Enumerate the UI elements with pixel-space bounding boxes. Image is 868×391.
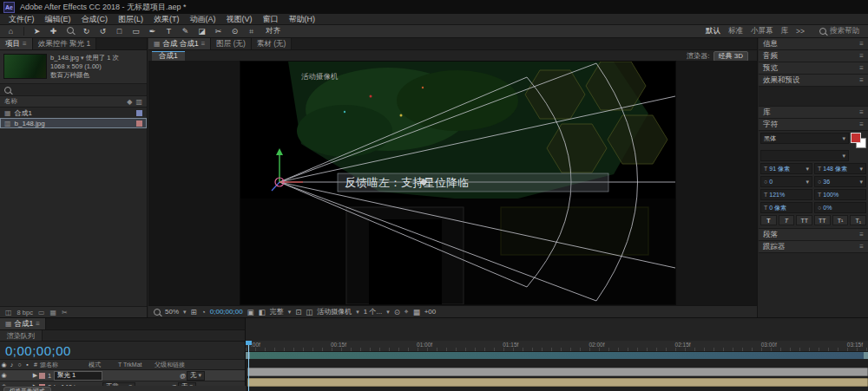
snap-toggle[interactable]: 对齐 (266, 26, 280, 36)
zoom-level[interactable]: 50% (165, 308, 179, 316)
selection-tool-icon[interactable]: ➤ (31, 27, 43, 36)
menu-file[interactable]: 文件(F) (3, 14, 40, 25)
menu-composition[interactable]: 合成(C) (76, 14, 114, 25)
clone-stamp-tool-icon[interactable]: ◪ (196, 27, 207, 36)
chevron-down-icon[interactable]: ▾ (183, 309, 187, 316)
menu-animation[interactable]: 动画(A) (185, 14, 221, 25)
faux-bold-button[interactable]: T (760, 215, 777, 225)
panel-paragraph[interactable]: 段落≡ (759, 229, 868, 241)
hand-tool-icon[interactable]: ✚ (48, 27, 59, 36)
workspace-standard[interactable]: 标准 (728, 26, 743, 36)
panel-libraries[interactable]: 库≡ (759, 107, 868, 119)
label-chip[interactable] (136, 110, 142, 116)
solo-column-icon[interactable]: ○ (16, 362, 23, 368)
tab-composition[interactable]: ▦ 合成 合成1 ≡ (148, 38, 211, 49)
exposure-value[interactable]: +00 (424, 308, 437, 316)
twirl-icon[interactable]: ▶ (31, 372, 39, 379)
type-tool-icon[interactable]: T (163, 27, 174, 36)
layer-row-1[interactable]: ◉ ▶ 1 聚光 1 @ 无 ▾ (0, 370, 245, 381)
comp-subtab[interactable]: 合成1 (152, 51, 185, 62)
subscript-button[interactable]: T₁ (850, 215, 866, 225)
toggle-switches-modes-button[interactable]: 切换开关/模式 (3, 387, 51, 391)
tracking-field[interactable]: ○ 36 ▾ (814, 176, 866, 187)
layer-duration-bar-2[interactable] (247, 378, 868, 387)
resolution-select[interactable]: 完整 (270, 307, 284, 316)
shape-tool-icon[interactable]: ▭ (130, 27, 141, 36)
workspace-overflow[interactable]: >> (796, 27, 805, 36)
leading-field[interactable]: T 148 像素 ▾ (814, 163, 866, 174)
project-search[interactable] (0, 84, 147, 96)
eye-icon[interactable]: ◉ (0, 372, 8, 379)
rotation-tool-icon[interactable]: ↺ (97, 27, 108, 36)
panel-menu-icon[interactable]: ≡ (859, 121, 864, 128)
menu-layer[interactable]: 图层(L) (113, 14, 148, 25)
workspace-default[interactable]: 默认 (706, 26, 720, 36)
panel-menu-icon[interactable]: ≡ (859, 231, 864, 238)
current-timecode[interactable]: 0;00;00;00 (0, 342, 245, 359)
snapshot-icon[interactable]: ▣ (247, 308, 254, 316)
pan-behind-tool-icon[interactable]: □ (114, 27, 125, 36)
timeline-button-icon[interactable]: ▦ (413, 308, 420, 316)
delete-icon[interactable]: ✂ (62, 309, 68, 316)
layer-name-field[interactable]: 聚光 1 (54, 371, 102, 381)
layer-duration-bar-1[interactable] (247, 368, 868, 376)
composition-canvas[interactable]: 反馈喵左：支持星位降临 活动摄像机 (240, 62, 675, 304)
tsume-field[interactable]: ○ 0% (814, 202, 866, 213)
fast-previews-icon[interactable]: ⌖ (404, 307, 409, 316)
fill-color-swatch[interactable] (851, 133, 861, 143)
panel-tracker[interactable]: 跟踪器≡ (759, 241, 868, 253)
mode-column[interactable]: 模式 (89, 361, 118, 369)
tab-footage-viewer[interactable]: 素材 (无) (252, 38, 293, 49)
roto-brush-tool-icon[interactable]: ⊙ (229, 27, 240, 36)
menu-help[interactable]: 帮助(H) (284, 14, 321, 25)
time-ruler[interactable]: :00f 00:15f 01:00f 01:15f 02:00f 02:15f … (246, 341, 868, 352)
mask-visibility-icon[interactable]: ◔ (201, 308, 206, 316)
view-layout-select[interactable]: 1 个... (364, 307, 382, 316)
panel-menu-icon[interactable]: ≡ (859, 108, 864, 116)
new-comp-icon[interactable]: ▦ (49, 309, 56, 316)
renderer-button[interactable]: 经典 3D (713, 51, 748, 62)
panel-menu-icon[interactable]: ≡ (859, 64, 864, 72)
menu-window[interactable]: 窗口 (258, 14, 284, 25)
pen-tool-icon[interactable]: ✒ (147, 27, 158, 36)
superscript-button[interactable]: T¹ (832, 215, 849, 225)
timeline-tab-comp[interactable]: ▦ 合成1 ≡ (0, 318, 46, 329)
panel-menu-icon[interactable]: ≡ (23, 40, 27, 48)
label-chip[interactable] (136, 121, 142, 127)
font-style-select[interactable]: ▾ (760, 150, 849, 161)
lock-column-icon[interactable]: ▪ (23, 362, 31, 368)
all-caps-button[interactable]: TT (796, 215, 812, 225)
channels-icon[interactable]: ◧ (259, 308, 266, 316)
font-size-field[interactable]: T 91 像素 ▾ (760, 163, 812, 174)
trkmat-column[interactable]: T TrkMat (118, 362, 155, 368)
label-chip[interactable] (39, 373, 45, 379)
panel-menu-icon[interactable]: ≡ (36, 320, 40, 328)
eraser-tool-icon[interactable]: ✂ (213, 27, 224, 36)
faux-italic-button[interactable]: T (779, 215, 795, 225)
chevron-down-icon[interactable]: ▾ (356, 309, 359, 316)
puppet-tool-icon[interactable]: ⌗ (246, 27, 257, 36)
menu-effect[interactable]: 效果(T) (148, 14, 185, 25)
panel-audio[interactable]: 音频≡ (759, 50, 868, 62)
view-select[interactable]: 活动摄像机 (317, 307, 352, 316)
panel-preview[interactable]: 预览≡ (759, 62, 868, 75)
kerning-field[interactable]: ○ 0 ▾ (760, 176, 812, 187)
workspace-libraries[interactable]: 库 (781, 26, 789, 36)
panel-menu-icon[interactable]: ≡ (859, 40, 864, 48)
fill-stroke-swatches[interactable] (851, 133, 866, 148)
panel-menu-icon[interactable]: ≡ (201, 40, 206, 48)
tab-layer-viewer[interactable]: 图层 (无) (211, 38, 252, 49)
panel-info[interactable]: 信息≡ (759, 38, 868, 50)
source-name-column[interactable]: 源名称 (40, 361, 89, 369)
transparency-grid-icon[interactable]: ◫ (306, 308, 312, 316)
timeline-tab-render-queue[interactable]: 渲染队列 (0, 330, 43, 341)
panel-effects-presets[interactable]: 效果和预设≡ (759, 75, 868, 87)
panel-menu-icon[interactable]: ≡ (859, 52, 864, 60)
current-time-indicator[interactable] (248, 341, 249, 391)
help-search[interactable]: 搜索帮助 (819, 26, 859, 36)
parent-select[interactable]: 无 ▾ (187, 371, 205, 381)
vertical-scale-field[interactable]: T 121% (760, 189, 812, 200)
eye-column-icon[interactable]: ◉ (0, 362, 8, 368)
grid-guides-icon[interactable]: ⊞ (191, 308, 197, 316)
tab-effect-controls[interactable]: 效果控件 聚光 1 (33, 38, 96, 49)
